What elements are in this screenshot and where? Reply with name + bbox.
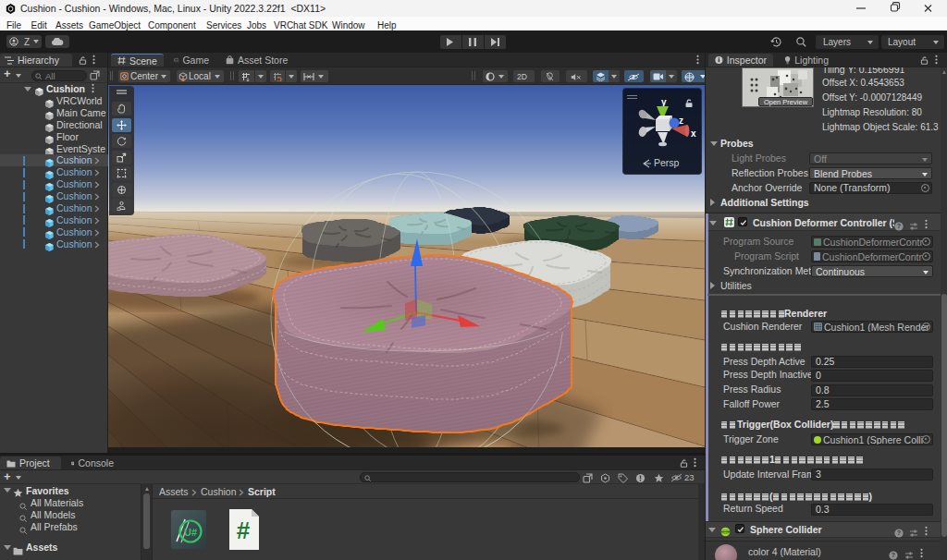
svg-text:#: # <box>237 517 251 544</box>
svg-text:?: ? <box>897 223 901 229</box>
svg-text:?: ? <box>897 530 901 536</box>
svg-text:?: ? <box>892 552 895 558</box>
svg-text:U#: U# <box>184 527 197 538</box>
